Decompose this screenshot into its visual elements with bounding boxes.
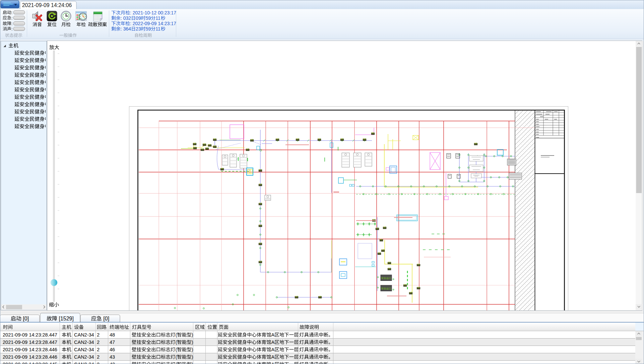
svg-text:46: 46 <box>110 347 115 352</box>
svg-text:2021-09-09 14:23:28.446: 2021-09-09 14:23:28.446 <box>3 354 57 360</box>
svg-text:CAN2-34: CAN2-34 <box>74 332 94 338</box>
svg-text:2: 2 <box>97 347 100 352</box>
svg-text:48: 48 <box>110 332 115 338</box>
svg-text:42: 42 <box>110 362 115 364</box>
svg-text:2021-09-09 14:23:28.447: 2021-09-09 14:23:28.447 <box>3 340 57 345</box>
svg-text:[1529]: [1529] <box>57 316 74 321</box>
svg-text::: : <box>11 10 13 15</box>
svg-text:2: 2 <box>97 332 100 338</box>
svg-text:2021-09-09 14:23:28.446: 2021-09-09 14:23:28.446 <box>3 347 57 352</box>
svg-text:CAN2-34: CAN2-34 <box>74 354 94 360</box>
svg-text:: 032: : 032 <box>121 15 131 21</box>
svg-text:2: 2 <box>97 362 100 364</box>
svg-text:11: 11 <box>155 26 160 32</box>
svg-text:[0]: [0] <box>21 316 29 321</box>
svg-text:2021-09-09 14:24:06: 2021-09-09 14:24:06 <box>22 2 72 8</box>
svg-text:[0]: [0] <box>102 316 109 321</box>
svg-text:CAN2-34: CAN2-34 <box>74 362 94 364</box>
svg-text::: : <box>11 26 13 32</box>
svg-text:59: 59 <box>146 26 151 32</box>
svg-text:2: 2 <box>97 354 100 360</box>
svg-text:23: 23 <box>136 26 141 32</box>
svg-text::: : <box>11 15 13 20</box>
svg-text:43: 43 <box>110 354 115 360</box>
svg-text:2: 2 <box>97 340 100 345</box>
svg-text:2021-09-09 14:23:28.445: 2021-09-09 14:23:28.445 <box>3 362 57 364</box>
svg-text:59: 59 <box>146 15 151 21</box>
svg-text:09: 09 <box>136 15 141 21</box>
svg-text:CAN2-34: CAN2-34 <box>74 347 94 352</box>
svg-text:CAN2-34: CAN2-34 <box>74 340 94 345</box>
svg-text:: 2021-10-12 00:23:17: : 2021-10-12 00:23:17 <box>130 10 176 15</box>
svg-text:: 2022-09-09 14:23:17: : 2022-09-09 14:23:17 <box>130 21 176 26</box>
svg-text:47: 47 <box>110 340 115 345</box>
svg-text::: : <box>11 21 13 26</box>
svg-text:: 364: : 364 <box>121 26 131 32</box>
svg-text:11: 11 <box>155 15 160 21</box>
svg-text:2021-09-09 14:23:28.447: 2021-09-09 14:23:28.447 <box>3 332 57 338</box>
